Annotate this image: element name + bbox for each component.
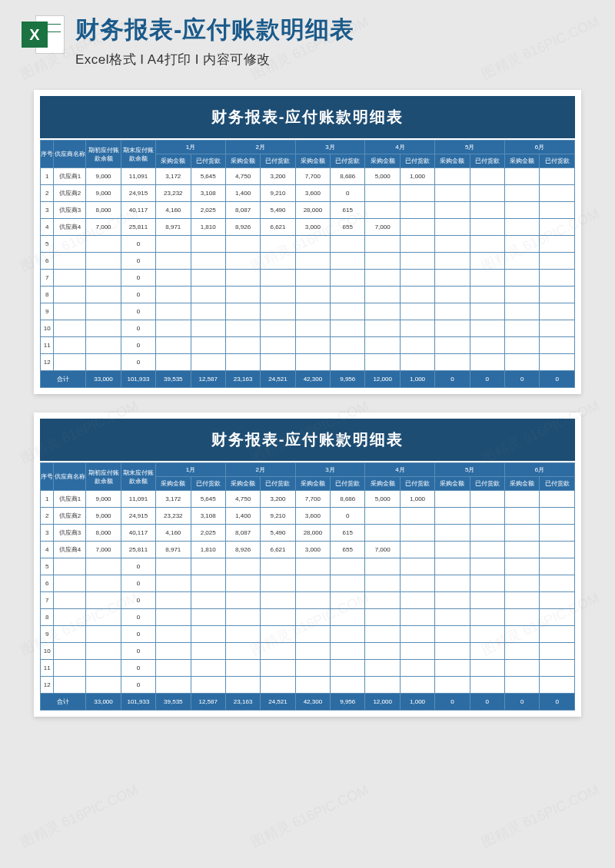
cell-value: 3,200 <box>261 491 295 508</box>
cell-value <box>225 660 260 677</box>
cell-value <box>505 303 540 320</box>
cell-value: 0 <box>331 508 365 525</box>
cell-idx: 12 <box>41 677 54 694</box>
table-row: 60 <box>41 253 575 270</box>
cell-value <box>470 609 504 626</box>
col-purchase: 采购金额 <box>505 477 540 491</box>
table-row: 2供应商29,00024,91523,2323,1081,4009,2103,6… <box>41 508 575 525</box>
cell-close: 0 <box>121 643 155 660</box>
totals-label: 合计 <box>41 371 86 388</box>
cell-value <box>540 303 575 320</box>
totals-value: 39,535 <box>156 371 191 388</box>
cell-value: 4,160 <box>156 525 191 542</box>
col-purchase: 采购金额 <box>225 154 260 168</box>
cell-value: 1,400 <box>225 185 260 202</box>
cell-value <box>261 270 295 287</box>
cell-open <box>86 575 121 592</box>
col-purchase: 采购金额 <box>365 477 400 491</box>
cell-value <box>331 236 365 253</box>
cell-open <box>86 354 121 371</box>
table-row: 1供应商19,00011,0913,1725,6454,7503,2007,70… <box>41 491 575 508</box>
cell-value: 5,490 <box>261 525 295 542</box>
cell-value <box>191 337 225 354</box>
cell-close: 0 <box>121 270 155 287</box>
cell-value <box>156 354 191 371</box>
cell-value <box>400 219 434 236</box>
cell-value <box>156 575 191 592</box>
cell-value: 5,645 <box>191 168 225 185</box>
cell-value <box>365 253 400 270</box>
cell-supplier: 供应商1 <box>54 491 86 508</box>
col-month: 5月 <box>435 463 505 477</box>
col-paid: 已付货款 <box>261 477 295 491</box>
cell-value <box>505 185 540 202</box>
cell-value <box>540 253 575 270</box>
cell-value <box>331 660 365 677</box>
cell-value: 8,971 <box>156 219 191 236</box>
cell-supplier: 供应商3 <box>54 202 86 219</box>
cell-value <box>435 236 470 253</box>
totals-value: 1,000 <box>400 694 434 711</box>
cell-value <box>540 542 575 558</box>
cell-value <box>540 508 575 525</box>
totals-close: 101,933 <box>121 371 155 388</box>
cell-open: 9,000 <box>86 168 121 185</box>
cell-value <box>261 643 295 660</box>
cell-close: 25,811 <box>121 542 155 558</box>
cell-close: 25,811 <box>121 219 155 236</box>
cell-value <box>505 354 540 371</box>
cell-value <box>400 337 434 354</box>
cell-value <box>540 185 575 202</box>
cell-value <box>156 287 191 303</box>
cell-value: 8,686 <box>331 168 365 185</box>
col-supplier: 供应商名称 <box>54 463 86 491</box>
cell-value <box>540 575 575 592</box>
col-purchase: 采购金额 <box>295 154 330 168</box>
cell-open <box>86 609 121 626</box>
cell-value <box>295 558 330 575</box>
cell-close: 40,117 <box>121 202 155 219</box>
cell-value <box>505 168 540 185</box>
totals-value: 0 <box>540 694 575 711</box>
cell-idx: 9 <box>41 303 54 320</box>
cell-value <box>400 508 434 525</box>
cell-supplier <box>54 626 86 643</box>
cell-value <box>331 337 365 354</box>
cell-value <box>435 525 470 542</box>
excel-icon: X <box>22 14 65 57</box>
cell-value <box>261 303 295 320</box>
table-row: 80 <box>41 287 575 303</box>
cell-value <box>156 592 191 609</box>
cell-value <box>295 660 330 677</box>
cell-value <box>400 354 434 371</box>
cell-value <box>365 236 400 253</box>
col-month: 1月 <box>156 463 226 477</box>
cell-value <box>505 491 540 508</box>
cell-close: 24,915 <box>121 508 155 525</box>
cell-value: 8,971 <box>156 542 191 558</box>
cell-value <box>365 320 400 337</box>
cell-value <box>400 320 434 337</box>
cell-value: 1,000 <box>400 491 434 508</box>
cell-value <box>505 253 540 270</box>
totals-value: 42,300 <box>295 371 330 388</box>
cell-value <box>295 287 330 303</box>
cell-value <box>156 643 191 660</box>
table-row: 110 <box>41 660 575 677</box>
cell-idx: 1 <box>41 168 54 185</box>
cell-value <box>400 660 434 677</box>
cell-close: 0 <box>121 558 155 575</box>
cell-idx: 4 <box>41 542 54 558</box>
totals-value: 12,000 <box>365 371 400 388</box>
cell-value <box>225 592 260 609</box>
cell-value <box>435 185 470 202</box>
cell-value <box>225 270 260 287</box>
cell-supplier <box>54 660 86 677</box>
cell-value <box>295 575 330 592</box>
cell-value <box>191 626 225 643</box>
cell-value <box>331 303 365 320</box>
cell-open <box>86 337 121 354</box>
cell-value <box>540 592 575 609</box>
col-purchase: 采购金额 <box>365 154 400 168</box>
cell-value <box>435 320 470 337</box>
